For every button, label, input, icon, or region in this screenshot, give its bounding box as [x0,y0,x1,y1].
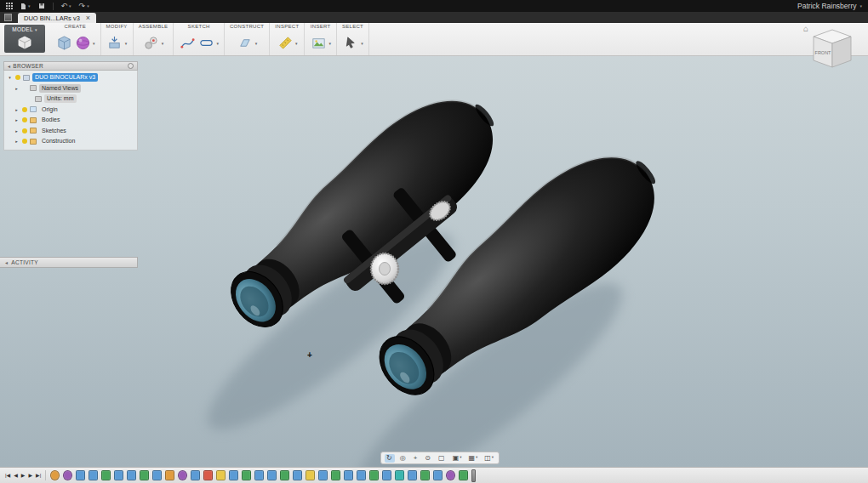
timeline-feature-icon[interactable] [140,470,149,480]
timeline-feature-icon[interactable] [191,470,200,480]
file-menu-icon[interactable]: ▾ [20,3,31,10]
orbit-icon[interactable]: ↻ [385,454,395,463]
modify-dropdown-icon[interactable]: ▾ [125,41,128,46]
timeline-feature-icon[interactable] [101,470,111,480]
timeline-feature-icon[interactable] [76,470,85,480]
timeline-feature-icon[interactable] [127,470,136,480]
tree-item-construction[interactable]: ▸ Construction [4,136,137,147]
timeline-feature-icon[interactable] [344,470,353,480]
timeline-feature-icon[interactable] [50,470,60,480]
tree-item-origin[interactable]: ▸ Origin [4,105,137,116]
viewcube[interactable]: ⌂ FRONT [807,26,861,75]
file-menu-dropdown-icon[interactable]: ▾ [28,4,31,9]
timeline-feature-icon[interactable] [254,470,264,480]
expand-arrow-icon[interactable]: ▾ [7,75,13,80]
insert-dropdown-icon[interactable]: ▾ [328,41,331,46]
timeline-feature-icon[interactable] [114,470,123,480]
measure-icon[interactable] [277,35,294,52]
create-dropdown-icon[interactable]: ▾ [93,41,95,46]
select-cursor-icon[interactable] [342,35,359,52]
browser-settings-icon[interactable] [128,63,134,69]
visibility-bulb-icon[interactable] [22,139,27,144]
new-body-icon[interactable] [55,35,72,52]
save-icon[interactable] [38,3,45,9]
undo-dropdown-icon[interactable]: ▾ [69,4,71,9]
visibility-bulb-icon[interactable] [22,107,27,112]
activity-panel[interactable]: ◂ ACTIVITY [0,257,138,268]
timeline-feature-icon[interactable] [306,470,315,480]
tree-item-label[interactable]: Units: mm [44,94,77,103]
browser-header[interactable]: ◂ BROWSER [3,61,138,71]
construction-plane-icon[interactable] [237,35,254,52]
slot-icon[interactable] [197,35,214,52]
step-forward-button[interactable]: ▶ [28,473,32,478]
visibility-bulb-icon[interactable] [27,96,32,101]
expand-arrow-icon[interactable]: ▸ [14,128,20,134]
timeline-feature-icon[interactable] [446,470,455,480]
timeline-feature-icon[interactable] [89,470,98,480]
expand-arrow-icon[interactable]: ▸ [14,139,20,144]
app-grid-menu-icon[interactable] [6,3,13,9]
focus-wheel[interactable] [371,253,398,284]
timeline-feature-icon[interactable] [280,470,289,480]
expand-arrow-icon[interactable]: ▸ [14,86,20,91]
go-to-beginning-button[interactable]: |◀ [5,473,10,478]
tree-item-named-views[interactable]: ▸ Named Views [4,83,137,94]
tree-item-label[interactable]: Named Views [39,84,81,93]
visibility-bulb-icon[interactable] [22,128,27,134]
timeline-feature-icon[interactable] [152,470,162,480]
pan-icon[interactable]: + [412,454,420,463]
play-button[interactable]: ▶ [21,473,26,478]
workspace-selector[interactable]: MODEL ▾ [4,25,45,53]
tree-item-label[interactable]: Construction [39,137,77,145]
tree-item-label[interactable]: Origin [39,105,60,114]
viewports-icon[interactable]: ◫ ▾ [483,454,495,463]
select-dropdown-icon[interactable]: ▾ [361,41,363,46]
sphere-icon[interactable] [74,35,91,52]
timeline-feature-icon[interactable] [216,470,226,480]
timeline-feature-icon[interactable] [318,470,328,480]
timeline-feature-icon[interactable] [203,470,213,480]
visibility-bulb-icon[interactable] [22,117,27,122]
timeline-feature-icon[interactable] [229,470,238,480]
grid-and-snaps-icon[interactable]: ▦ ▾ [466,454,479,463]
look-at-icon[interactable]: ◎ [398,454,408,463]
inspect-dropdown-icon[interactable]: ▾ [295,41,298,46]
timeline-feature-icon[interactable] [267,470,277,480]
timeline-feature-icon[interactable] [395,470,404,480]
go-to-end-button[interactable]: ▶| [36,473,41,478]
undo-icon[interactable]: ↶ ▾ [61,3,71,10]
timeline-playhead[interactable] [471,469,476,482]
timeline-feature-icon[interactable] [433,470,443,480]
fit-icon[interactable]: ▢ [437,454,448,463]
timeline-feature-icon[interactable] [165,470,174,480]
construct-dropdown-icon[interactable]: ▾ [255,41,258,46]
timeline-feature-icon[interactable] [63,470,72,480]
tree-item-label[interactable]: DUO BINOCULARx v3 [32,73,98,82]
timeline-feature-icon[interactable] [331,470,340,480]
data-panel-toggle-icon[interactable] [4,14,12,21]
visibility-bulb-icon[interactable] [15,75,20,80]
timeline-feature-icon[interactable] [459,470,468,480]
timeline-feature-icon[interactable] [420,470,430,480]
zoom-icon[interactable]: ⊙ [423,454,433,463]
tab-close-icon[interactable]: × [86,14,90,22]
expand-arrow-icon[interactable]: ▸ [14,107,20,112]
timeline-feature-icon[interactable] [178,470,187,480]
viewcube-home-icon[interactable]: ⌂ [803,24,808,33]
redo-icon[interactable]: ↷ ▾ [79,3,89,10]
step-back-button[interactable]: ◀ [14,473,18,478]
tree-item-bodies[interactable]: ▸ Bodies [4,115,137,126]
tree-item-sketches[interactable]: ▸ Sketches [4,126,137,137]
tree-item-units[interactable]: Units: mm [4,94,137,105]
assemble-dropdown-icon[interactable]: ▾ [162,41,164,46]
expand-arrow-icon[interactable]: ▸ [14,117,20,122]
joint-icon[interactable] [143,35,160,52]
viewcube-front-label[interactable]: FRONT [815,50,832,55]
visibility-bulb-icon[interactable] [22,86,27,91]
spline-icon[interactable] [179,35,196,52]
display-settings-icon[interactable]: ▣ ▾ [451,454,464,463]
account-menu[interactable]: Patrick Rainsberry ▾ [797,2,862,10]
tree-item-label[interactable]: Sketches [39,127,69,135]
attached-canvas-icon[interactable] [310,35,327,52]
